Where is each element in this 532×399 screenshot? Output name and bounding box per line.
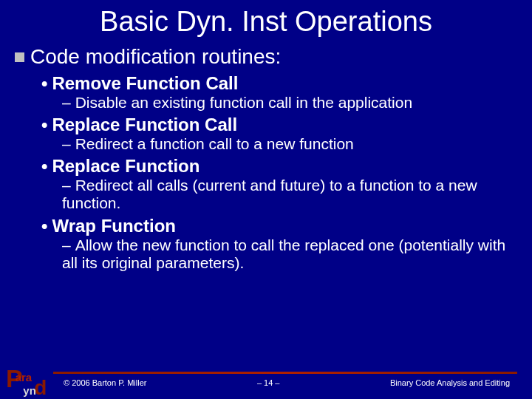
item-heading: •Remove Function Call (41, 73, 517, 94)
footer-tagline: Binary Code Analysis and Editing (390, 378, 510, 387)
item-desc-text: Allow the new function to call the repla… (62, 236, 505, 271)
slide-footer: © 2006 Barton P. Miller – 14 – Binary Co… (0, 372, 532, 387)
list-item: •Replace Function Call –Redirect a funct… (41, 115, 517, 153)
item-desc-text: Disable an existing function call in the… (75, 94, 412, 111)
item-name: Wrap Function (52, 216, 176, 236)
bullet-dot-icon: • (41, 156, 47, 176)
item-heading: •Wrap Function (41, 216, 517, 236)
page-number: – 14 – (146, 378, 389, 387)
item-desc-text: Redirect all calls (current and future) … (62, 177, 477, 211)
square-bullet-icon (15, 52, 24, 62)
item-heading: •Replace Function (41, 156, 517, 177)
section-header-text: Code modification routines: (30, 45, 281, 68)
item-name: Replace Function (52, 156, 200, 176)
item-name: Remove Function Call (52, 73, 238, 93)
list-item: •Replace Function –Redirect all calls (c… (41, 156, 517, 212)
bullet-dot-icon: • (41, 216, 47, 236)
list-item: •Remove Function Call –Disable an existi… (41, 73, 517, 112)
section-header: Code modification routines: (15, 45, 517, 69)
bullet-dot-icon: • (41, 73, 47, 93)
slide-title: Basic Dyn. Inst Operations (0, 0, 532, 38)
item-name: Replace Function Call (52, 115, 237, 134)
item-heading: •Replace Function Call (41, 115, 517, 135)
item-desc: –Disable an existing function call in th… (62, 94, 517, 112)
item-desc-text: Redirect a function call to a new functi… (75, 135, 354, 152)
item-desc: –Redirect a function call to a new funct… (62, 135, 517, 153)
dash-icon: – (62, 177, 71, 194)
list-item: •Wrap Function –Allow the new function t… (41, 216, 517, 272)
bullet-dot-icon: • (41, 115, 47, 134)
item-desc: –Redirect all calls (current and future)… (62, 177, 517, 212)
dash-icon: – (62, 236, 71, 253)
dash-icon: – (62, 94, 71, 111)
item-desc: –Allow the new function to call the repl… (62, 236, 517, 272)
slide-content: Code modification routines: •Remove Func… (0, 38, 532, 272)
footer-divider (53, 372, 517, 374)
copyright-text: © 2006 Barton P. Miller (64, 378, 146, 387)
dash-icon: – (62, 135, 71, 152)
